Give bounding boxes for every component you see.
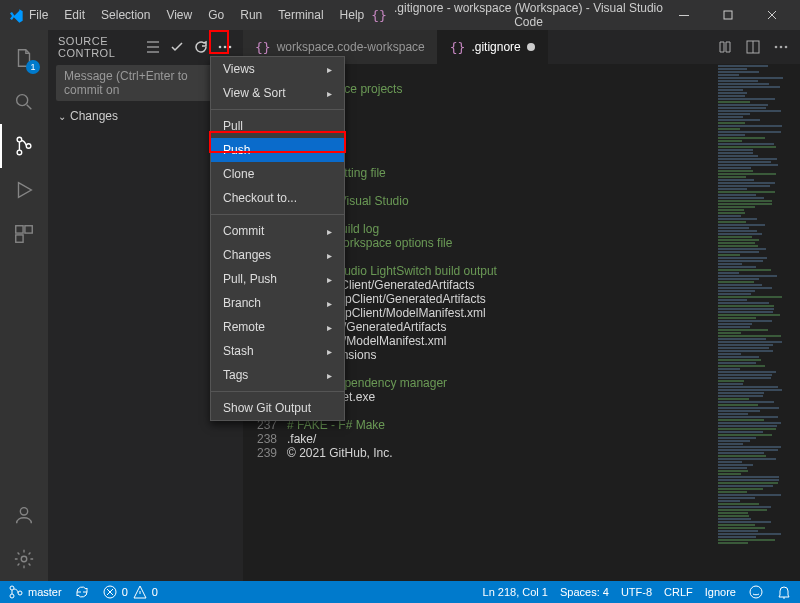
activity-bar: 1 [0, 30, 48, 581]
svg-point-3 [17, 150, 22, 155]
svg-point-14 [775, 46, 778, 49]
view-tree-icon[interactable] [145, 36, 161, 58]
chevron-right-icon: ▸ [327, 346, 332, 357]
extensions-icon[interactable] [0, 212, 48, 256]
window-controls [664, 0, 792, 30]
svg-rect-5 [16, 226, 23, 233]
account-icon[interactable] [0, 493, 48, 537]
settings-gear-icon[interactable] [0, 537, 48, 581]
chevron-right-icon: ▸ [327, 250, 332, 261]
refresh-icon[interactable] [193, 36, 209, 58]
status-spaces[interactable]: Spaces: 4 [560, 586, 609, 598]
menu-bar: File Edit Selection View Go Run Terminal… [22, 4, 371, 26]
menu-terminal[interactable]: Terminal [271, 4, 330, 26]
tab-gitignore[interactable]: {} .gitignore [438, 30, 548, 64]
menu-item-checkout[interactable]: Checkout to... [211, 186, 344, 210]
menu-separator [211, 109, 344, 110]
minimize-button[interactable] [664, 0, 704, 30]
vscode-logo-icon [8, 8, 22, 22]
status-feedback-icon[interactable] [748, 584, 764, 600]
menu-item-views[interactable]: Views▸ [211, 57, 344, 81]
title-bar: File Edit Selection View Go Run Terminal… [0, 0, 800, 30]
more-actions-icon[interactable] [217, 36, 233, 58]
svg-point-18 [10, 594, 14, 598]
error-count: 0 [122, 586, 128, 598]
chevron-right-icon: ▸ [327, 226, 332, 237]
status-linecol[interactable]: Ln 218, Col 1 [483, 586, 548, 598]
minimap[interactable] [716, 64, 786, 581]
svg-point-4 [26, 144, 31, 149]
tab-label: workspace.code-workspace [277, 40, 425, 54]
menu-file[interactable]: File [22, 4, 55, 26]
modified-dot-icon [527, 43, 535, 51]
run-debug-icon[interactable] [0, 168, 48, 212]
commit-message-input[interactable]: Message (Ctrl+Enter to commit on [56, 65, 235, 101]
menu-separator [211, 391, 344, 392]
svg-point-21 [750, 586, 762, 598]
menu-item-branch[interactable]: Branch▸ [211, 291, 344, 315]
menu-item-tags[interactable]: Tags▸ [211, 363, 344, 387]
menu-item-stash[interactable]: Stash▸ [211, 339, 344, 363]
window-title-text: .gitignore - workspace (Workspace) - Vis… [393, 1, 664, 29]
menu-item-push[interactable]: Push [211, 138, 344, 162]
maximize-button[interactable] [708, 0, 748, 30]
svg-point-8 [20, 508, 27, 515]
menu-help[interactable]: Help [333, 4, 372, 26]
warning-count: 0 [152, 586, 158, 598]
menu-item-pull-push[interactable]: Pull, Push▸ [211, 267, 344, 291]
status-branch[interactable]: master [8, 584, 62, 600]
menu-item-pull[interactable]: Pull [211, 114, 344, 138]
svg-rect-6 [25, 226, 32, 233]
menu-item-changes[interactable]: Changes▸ [211, 243, 344, 267]
source-control-title: SOURCE CONTROL [58, 35, 137, 59]
svg-point-2 [17, 137, 22, 142]
search-icon[interactable] [0, 80, 48, 124]
svg-point-16 [785, 46, 788, 49]
branch-name: master [28, 586, 62, 598]
svg-point-9 [21, 556, 27, 562]
commit-check-icon[interactable] [169, 36, 185, 58]
menu-edit[interactable]: Edit [57, 4, 92, 26]
more-editor-icon[interactable] [772, 38, 790, 56]
menu-item-remote[interactable]: Remote▸ [211, 315, 344, 339]
menu-item-clone[interactable]: Clone [211, 162, 344, 186]
chevron-right-icon: ▸ [327, 370, 332, 381]
status-eol[interactable]: CRLF [664, 586, 693, 598]
chevron-right-icon: ▸ [327, 88, 332, 99]
editor-actions [706, 30, 800, 64]
svg-rect-0 [724, 11, 732, 19]
svg-point-19 [18, 591, 22, 595]
svg-rect-7 [16, 235, 23, 242]
source-control-icon[interactable] [0, 124, 48, 168]
status-problems[interactable]: 0 0 [102, 584, 158, 600]
menu-item-commit[interactable]: Commit▸ [211, 219, 344, 243]
svg-point-1 [17, 95, 28, 106]
source-control-context-menu: Views▸ View & Sort▸ Pull Push Clone Chec… [210, 56, 345, 421]
status-sync[interactable] [74, 584, 90, 600]
menu-run[interactable]: Run [233, 4, 269, 26]
menu-go[interactable]: Go [201, 4, 231, 26]
window-title: {} .gitignore - workspace (Workspace) - … [371, 1, 664, 29]
split-editor-icon[interactable] [744, 38, 762, 56]
status-bell-icon[interactable] [776, 584, 792, 600]
menu-item-show-git-output[interactable]: Show Git Output [211, 396, 344, 420]
chevron-right-icon: ▸ [327, 322, 332, 333]
chevron-right-icon: ▸ [327, 274, 332, 285]
svg-point-12 [229, 46, 232, 49]
explorer-badge: 1 [26, 60, 40, 74]
menu-item-view-sort[interactable]: View & Sort▸ [211, 81, 344, 105]
close-button[interactable] [752, 0, 792, 30]
status-language[interactable]: Ignore [705, 586, 736, 598]
compare-icon[interactable] [716, 38, 734, 56]
explorer-icon[interactable]: 1 [0, 36, 48, 80]
chevron-right-icon: ▸ [327, 298, 332, 309]
svg-point-15 [780, 46, 783, 49]
json-file-icon: {} [255, 40, 271, 55]
svg-point-17 [10, 586, 14, 590]
status-encoding[interactable]: UTF-8 [621, 586, 652, 598]
menu-view[interactable]: View [159, 4, 199, 26]
svg-point-10 [219, 46, 222, 49]
chevron-right-icon: ▸ [327, 64, 332, 75]
changes-label: Changes [70, 109, 118, 123]
menu-selection[interactable]: Selection [94, 4, 157, 26]
